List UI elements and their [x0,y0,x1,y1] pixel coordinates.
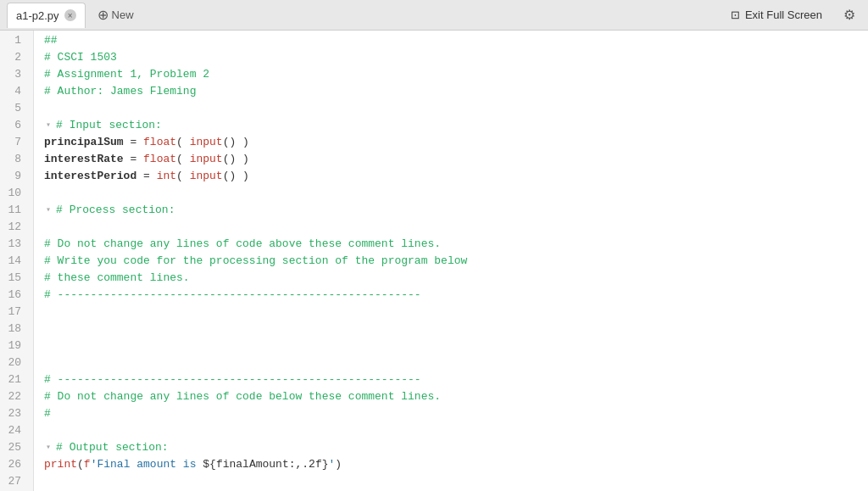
token: ( [176,151,190,168]
token: # [44,405,51,422]
line-number-25: 25 [7,439,26,456]
line-number-20: 20 [7,354,26,371]
exit-fullscreen-label: Exit Full Screen [745,8,822,21]
gear-icon: ⚙ [843,7,855,23]
token: ( [77,456,84,473]
token: int [157,168,176,185]
token: interestRate [44,151,124,168]
fold-indicator-11[interactable]: ▾ [46,202,56,219]
line-number-10: 10 [7,185,26,202]
line-number-7: 7 [7,134,26,151]
code-line-13: # Do not change any lines of code above … [44,236,868,253]
line-number-24: 24 [7,422,26,439]
line-number-14: 14 [7,253,26,270]
token: print [44,456,77,473]
token: principalSum [44,134,124,151]
line-number-9: 9 [7,168,26,185]
code-line-2: # CSCI 1503 [44,49,868,66]
line-number-6: 6 [7,117,26,134]
exit-fullscreen-button[interactable]: ⊡ Exit Full Screen [722,5,831,25]
code-line-21: # --------------------------------------… [44,371,868,388]
token: () ) [223,151,249,168]
token: # Write you code for the processing sect… [44,253,467,270]
token: f [84,456,91,473]
token: = [124,134,143,151]
token: # Do not change any lines of code above … [44,236,441,253]
token: # Do not change any lines of code below … [44,388,441,405]
fold-indicator-25[interactable]: ▾ [46,439,56,456]
token: ( [176,134,190,151]
code-line-17 [44,304,868,321]
tab-a1p2-label: a1-p2.py [16,9,59,22]
token: interestPeriod [44,168,136,185]
fold-indicator-6[interactable]: ▾ [46,117,56,134]
line-number-4: 4 [7,83,26,100]
code-line-8: interestRate = float( input() ) [44,151,868,168]
settings-button[interactable]: ⚙ [837,3,861,27]
tab-a1p2[interactable]: a1-p2.py × [7,3,86,28]
code-line-23: # [44,405,868,422]
tab-a1p2-close[interactable]: × [64,9,76,21]
code-line-27 [44,473,868,490]
line-number-22: 22 [7,388,26,405]
new-tab-button[interactable]: ⊕ New [89,3,142,26]
code-line-25: ▾ # Output section: [44,439,868,456]
token: # these comment lines. [44,270,190,287]
token: :,.2f} [289,456,329,473]
line-number-19: 19 [7,338,26,354]
token: # Process section: [56,202,175,219]
line-number-2: 2 [7,49,26,66]
line-number-17: 17 [7,304,26,321]
line-number-16: 16 [7,287,26,304]
token: # --------------------------------------… [44,287,421,304]
token: # Input section: [56,117,162,134]
token: ' [329,456,336,473]
token: finalAmount [216,456,289,473]
line-number-5: 5 [7,100,26,117]
token: ${ [203,456,216,473]
line-number-18: 18 [7,321,26,338]
tab-bar-left: a1-p2.py × ⊕ New [7,3,142,28]
code-line-24 [44,422,868,439]
token: ## [44,32,58,49]
code-line-18 [44,321,868,338]
token: () ) [223,134,249,151]
code-line-7: principalSum = float( input() ) [44,134,868,151]
line-number-8: 8 [7,151,26,168]
token: 'Final amount is [91,456,203,473]
code-line-1: ## [44,32,868,49]
token: # Output section: [56,439,169,456]
token: ( [176,168,190,185]
code-line-11: ▾ # Process section: [44,202,868,219]
token: input [190,151,223,168]
code-content[interactable]: ### CSCI 1503# Assignment 1, Problem 2# … [34,31,868,491]
token: # --------------------------------------… [44,371,421,388]
line-number-15: 15 [7,270,26,287]
line-number-21: 21 [7,371,26,388]
code-line-14: # Write you code for the processing sect… [44,253,868,270]
token: # Assignment 1, Problem 2 [44,66,209,83]
token: input [190,134,223,151]
line-number-26: 26 [7,456,26,473]
tab-bar: a1-p2.py × ⊕ New ⊡ Exit Full Screen ⚙ [0,0,868,31]
token: = [124,151,143,168]
code-line-6: ▾ # Input section: [44,117,868,134]
line-numbers: 1234567891011121314151617181920212223242… [0,31,34,491]
code-line-26: print(f'Final amount is ${finalAmount:,.… [44,456,868,473]
line-number-12: 12 [7,219,26,236]
exit-fullscreen-icon: ⊡ [731,8,740,21]
token: float [143,151,176,168]
plus-icon: ⊕ [97,7,108,23]
token: () ) [223,168,249,185]
line-number-11: 11 [7,202,26,219]
token: # Author: James Fleming [44,83,196,100]
line-number-23: 23 [7,405,26,422]
token: # CSCI 1503 [44,49,117,66]
code-line-10 [44,185,868,202]
code-line-16: # --------------------------------------… [44,287,868,304]
token: input [190,168,223,185]
token: ) [335,456,342,473]
tab-bar-right: ⊡ Exit Full Screen ⚙ [722,3,861,27]
new-tab-label: New [112,8,134,21]
code-line-3: # Assignment 1, Problem 2 [44,66,868,83]
